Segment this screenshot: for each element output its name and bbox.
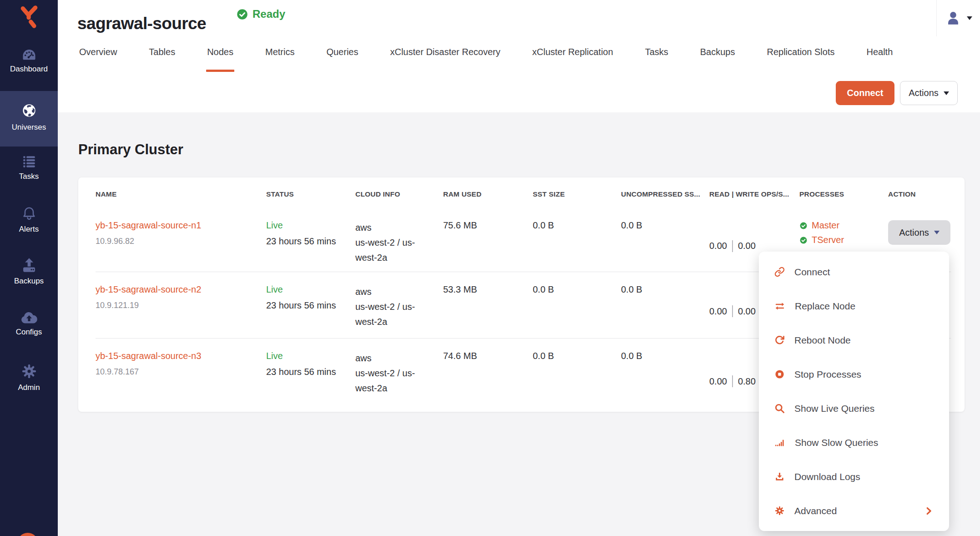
tab-nodes[interactable]: Nodes [207,47,233,57]
tab-health[interactable]: Health [866,47,893,57]
write-ops-value: 0.00 [738,241,756,251]
menu-item-stop-processes[interactable]: Stop Processes [759,357,949,391]
tab-replication-slots[interactable]: Replication Slots [767,47,834,57]
column-header-ram-used: RAM USED [443,190,533,207]
cloud-zone: us-west-2 / us- [355,235,443,250]
menu-item-label: Replace Node [795,301,855,312]
process-label[interactable]: Master [812,220,839,231]
menu-item-replace-node[interactable]: Replace Node [759,289,949,323]
user-menu[interactable] [936,0,980,36]
ram-used-value: 75.6 MB [443,220,533,272]
sidebar-item-admin[interactable]: Admin [0,363,58,392]
sidebar-item-tasks[interactable]: Tasks [0,155,58,181]
write-ops-value: 0.00 [738,306,756,317]
cloud-zone: west-2a [355,314,443,329]
uncompressed-sst-value: 0.0 B [621,220,709,272]
tab-metrics[interactable]: Metrics [265,47,294,57]
process-label[interactable]: TServer [812,235,844,245]
connect-button[interactable]: Connect [836,81,894,105]
bell-icon [21,206,37,221]
gear-icon [774,506,785,516]
universe-actions-button[interactable]: Actions [900,81,958,105]
link-icon [774,267,785,277]
column-header-sst-size: SST SIZE [533,190,621,207]
value-separator [732,240,733,252]
bar-chart-icon [774,437,785,448]
swap-arrows-icon [774,301,785,312]
menu-item-show-slow-queries[interactable]: Show Slow Queries [759,425,949,460]
menu-item-advanced[interactable]: Advanced [759,494,949,528]
column-header-read-write-ops: READ | WRITE OPS/S... [709,190,799,207]
person-icon [945,10,962,27]
help-button[interactable] [17,533,38,536]
read-ops-value: 0.00 [709,241,727,251]
sidebar-item-label: Universes [0,123,58,132]
node-actions-menu: Connect Replace Node Reboot Node [759,252,949,531]
column-header-processes: PROCESSES [799,190,888,207]
tab-backups[interactable]: Backups [700,47,735,57]
node-ip: 10.9.121.19 [96,301,266,310]
menu-item-label: Stop Processes [794,369,861,380]
tab-xcluster-disaster-recovery[interactable]: xCluster Disaster Recovery [390,47,500,57]
node-uptime: 23 hours 56 mins [266,300,355,311]
column-header-status: STATUS [266,190,355,207]
node-actions-label: Actions [899,228,929,238]
sst-size-value: 0.0 B [533,284,621,338]
node-status: Live [266,220,355,231]
node-name-link[interactable]: yb-15-sagrawal-source-n1 [96,220,266,231]
yugabyte-logo[interactable] [0,5,58,30]
sidebar-item-dashboard[interactable]: Dashboard [0,49,58,74]
reboot-icon [774,335,785,345]
section-title: Primary Cluster [78,142,183,158]
menu-item-show-live-queries[interactable]: Show Live Queries [759,391,949,425]
status-badge: Ready [236,8,285,20]
sidebar-item-universes[interactable]: Universes [0,91,58,147]
sst-size-value: 0.0 B [533,220,621,272]
header-actions: Connect Actions [836,81,958,105]
uncompressed-sst-value: 0.0 B [621,284,709,338]
download-icon [774,471,785,482]
menu-item-connect[interactable]: Connect [759,255,949,289]
node-actions-button[interactable]: Actions [888,220,950,245]
menu-item-label: Connect [794,267,830,278]
sidebar-item-configs[interactable]: Configs [0,310,58,337]
yugabyte-logo-icon [19,5,39,28]
node-ip: 10.9.78.167 [96,367,266,377]
ram-used-value: 74.6 MB [443,351,533,412]
tab-queries[interactable]: Queries [326,47,358,57]
menu-item-label: Download Logs [794,471,860,482]
node-name-link[interactable]: yb-15-sagrawal-source-n2 [96,284,266,295]
sidebar-item-label: Admin [0,383,58,392]
read-ops-value: 0.00 [709,376,727,387]
check-circle-icon [236,8,248,20]
node-status: Live [266,284,355,295]
node-name-link[interactable]: yb-15-sagrawal-source-n3 [96,351,266,361]
menu-item-reboot-node[interactable]: Reboot Node [759,323,949,357]
tab-overview[interactable]: Overview [79,47,117,57]
column-header-name: NAME [96,190,266,207]
node-ip: 10.9.96.82 [96,237,266,246]
cloud-provider: aws [355,284,443,299]
status-badge-label: Ready [253,8,285,20]
read-ops-value: 0.00 [709,306,727,317]
gear-icon [21,363,37,379]
tab-tasks[interactable]: Tasks [645,47,668,57]
column-header-action: ACTION [888,190,965,207]
gauge-icon [21,49,37,61]
chevron-down-icon [934,231,940,234]
node-uptime: 23 hours 56 mins [266,236,355,247]
table-header-row: NAME STATUS CLOUD INFO RAM USED SST SIZE… [78,177,965,207]
menu-item-download-logs[interactable]: Download Logs [759,460,949,494]
tab-tables[interactable]: Tables [149,47,175,57]
cloud-zone: us-west-2 / us- [355,299,443,314]
sidebar-item-alerts[interactable]: Alerts [0,206,58,234]
sidebar-item-backups[interactable]: Backups [0,258,58,286]
chevron-right-icon [924,506,934,516]
process-tserver: TServer [799,235,888,245]
menu-item-label: Show Live Queries [794,403,874,414]
tab-xcluster-replication[interactable]: xCluster Replication [532,47,613,57]
chevron-down-icon [944,91,949,95]
value-separator [732,375,733,387]
cloud-provider: aws [355,351,443,366]
uncompressed-sst-value: 0.0 B [621,351,709,412]
